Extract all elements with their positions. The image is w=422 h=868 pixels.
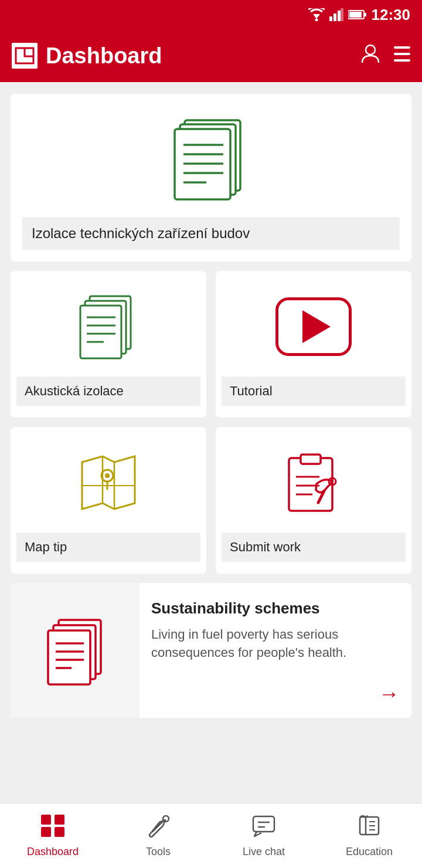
nav-label-dashboard: Dashboard (27, 846, 79, 858)
arrow-right-icon: → (379, 681, 400, 706)
svg-rect-76 (41, 827, 51, 837)
svg-point-9 (366, 45, 375, 55)
card-tutorial-label: Tutorial (222, 377, 406, 406)
sustainability-title: Sustainability schemes (151, 599, 400, 618)
bottom-nav: Dashboard Tools Live chat (0, 803, 422, 868)
svg-rect-8 (364, 13, 366, 16)
sustainability-arrow[interactable]: → (151, 681, 400, 706)
svg-rect-69 (48, 630, 90, 684)
nav-item-tools[interactable]: Tools (106, 803, 211, 868)
sustainability-image (11, 583, 139, 718)
docs-green-large-icon (158, 111, 264, 205)
svg-rect-80 (253, 816, 274, 832)
nav-item-livechat[interactable]: Live chat (211, 803, 316, 868)
svg-rect-74 (41, 815, 51, 825)
svg-rect-3 (333, 13, 336, 21)
header-icons (361, 44, 410, 68)
youtube-icon (273, 289, 355, 365)
card-izolace-technicke[interactable]: Izolace technických zařízení budov (11, 94, 411, 262)
docs-green-small-icon (67, 289, 149, 365)
signal-icon (329, 8, 343, 21)
header-title: Dashboard (46, 43, 162, 69)
app-header: Dashboard (0, 29, 422, 82)
svg-rect-7 (349, 12, 362, 18)
svg-rect-10 (394, 46, 410, 49)
nav-item-dashboard[interactable]: Dashboard (0, 803, 106, 868)
svg-rect-53 (301, 455, 321, 464)
sustainability-text: Living in fuel poverty has serious conse… (151, 626, 400, 662)
nav-label-education: Education (346, 846, 393, 858)
battery-icon (348, 9, 367, 20)
svg-rect-5 (341, 8, 343, 21)
svg-point-1 (315, 19, 318, 22)
card-map-tip[interactable]: Map tip (11, 427, 206, 574)
menu-icon[interactable] (394, 46, 410, 66)
svg-point-50 (105, 473, 110, 478)
chat-icon (252, 814, 275, 842)
card-akusticka-label: Akustická izolace (16, 377, 200, 406)
svg-rect-11 (394, 53, 410, 55)
header-left: Dashboard (12, 43, 162, 69)
card-tutorial[interactable]: Tutorial (216, 271, 411, 418)
cards-row-1: Akustická izolace Tutorial (11, 271, 411, 418)
education-icon (358, 814, 381, 842)
dashboard-icon (41, 814, 64, 842)
status-bar: 12:30 (0, 0, 422, 29)
wifi-icon (308, 8, 325, 21)
svg-rect-41 (80, 306, 121, 358)
status-icons: 12:30 (308, 6, 411, 24)
profile-icon[interactable] (361, 44, 380, 68)
svg-rect-75 (55, 815, 64, 825)
svg-rect-52 (289, 458, 332, 511)
nav-label-tools: Tools (146, 846, 171, 858)
main-content: Izolace technických zařízení budov (0, 82, 422, 794)
card-submit-label: Submit work (222, 533, 406, 562)
map-icon (67, 445, 149, 521)
card-sustainability[interactable]: Sustainability schemes Living in fuel po… (11, 583, 411, 718)
card-akusticka[interactable]: Akustická izolace (11, 271, 206, 418)
nav-item-education[interactable]: Education (316, 803, 422, 868)
svg-rect-77 (55, 827, 64, 837)
card-izolace-technicke-label: Izolace technických zařízení budov (22, 217, 400, 250)
card-map-label: Map tip (16, 533, 200, 562)
submit-work-icon (273, 445, 355, 521)
svg-rect-12 (394, 59, 410, 62)
app-logo (12, 43, 38, 69)
sustainability-content: Sustainability schemes Living in fuel po… (139, 583, 411, 718)
svg-marker-0 (313, 14, 320, 19)
card-submit-work[interactable]: Submit work (216, 427, 411, 574)
status-time: 12:30 (372, 6, 411, 24)
cards-row-2: Map tip Submit work (11, 427, 411, 574)
nav-label-livechat: Live chat (243, 846, 285, 858)
svg-rect-2 (329, 16, 332, 21)
svg-rect-4 (338, 11, 341, 21)
tools-icon (147, 814, 170, 842)
